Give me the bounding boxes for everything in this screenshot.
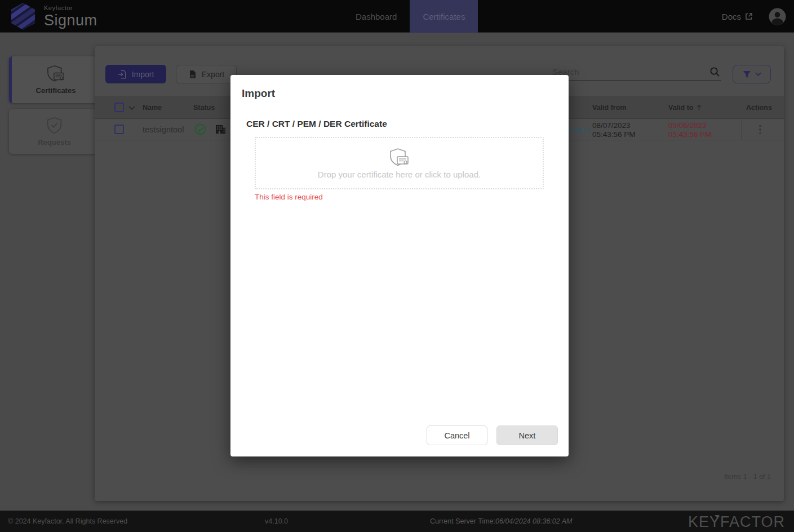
shield-certificate-icon <box>389 148 410 167</box>
field-required-error: This field is required <box>255 193 323 201</box>
app-screen: Keyfactor Signum Dashboard Certificates … <box>0 0 794 532</box>
certificate-dropzone[interactable]: Drop your certificate here or click to u… <box>255 137 544 189</box>
cancel-button[interactable]: Cancel <box>427 425 487 445</box>
modal-title: Import <box>242 87 275 100</box>
certificate-field-label: CER / CRT / PEM / DER Certificate <box>246 119 387 129</box>
import-modal: Import CER / CRT / PEM / DER Certificate… <box>230 75 569 456</box>
next-button[interactable]: Next <box>496 425 558 445</box>
dropzone-placeholder-text: Drop your certificate here or click to u… <box>318 170 481 179</box>
